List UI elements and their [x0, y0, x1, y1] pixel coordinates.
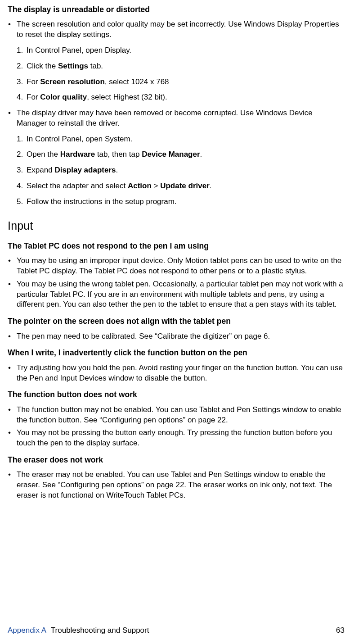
steps-device-manager: In Control Panel, open System. Open the …: [17, 134, 345, 207]
bullet-text: The pen may need to be calibrated. See “…: [8, 331, 345, 342]
issue3-bullets: The pen may need to be calibrated. See “…: [8, 331, 345, 342]
step: Select the adapter and select Action > U…: [17, 181, 345, 191]
body-text: .: [116, 166, 118, 174]
page-number: 63: [336, 626, 345, 636]
bold-text: Display adapters: [54, 166, 116, 174]
step: Expand Display adapters.: [17, 165, 345, 176]
body-text: , select Highest (32 bit).: [87, 93, 167, 101]
bullet-text: You may not be pressing the button early…: [8, 428, 345, 449]
body-text: Follow the instructions in the setup pro…: [27, 197, 177, 206]
body-text: Try adjusting how you hold the pen. Avoi…: [17, 363, 343, 382]
body-text: .: [200, 150, 202, 159]
body-text: You may be using an improper input devic…: [17, 256, 341, 275]
bullet-text: The display driver may have been removed…: [8, 108, 345, 207]
body-text: The eraser may not be enabled. You can u…: [17, 470, 332, 499]
bold-text: Color quality: [40, 93, 87, 101]
body-text: Expand: [27, 166, 54, 174]
issue5-bullets: The function button may not be enabled. …: [8, 405, 345, 449]
body-text: Click the: [27, 62, 58, 70]
body-text: The screen resolution and color quality …: [17, 20, 339, 39]
body-text: You may not be pressing the button early…: [17, 428, 332, 447]
footer-title: Troubleshooting and Support: [51, 626, 149, 635]
step: In Control Panel, open System.: [17, 134, 345, 145]
bold-text: Action: [128, 181, 152, 190]
body-text: >: [152, 181, 160, 190]
body-text: The function button may not be enabled. …: [17, 405, 341, 424]
bullet-text: The function button may not be enabled. …: [8, 405, 345, 426]
bold-text: Hardware: [60, 150, 95, 159]
bullet-text: The eraser may not be enabled. You can u…: [8, 470, 345, 500]
body-text: The pen may need to be calibrated. See “…: [17, 332, 270, 340]
body-text: For: [27, 93, 40, 101]
issue1-bullets: The screen resolution and color quality …: [8, 19, 345, 207]
body-text: The display driver may have been removed…: [17, 109, 313, 127]
bold-text: Update driver: [160, 181, 210, 190]
step: Follow the instructions in the setup pro…: [17, 197, 345, 207]
footer-left: Appendix A Troubleshooting and Support: [8, 626, 149, 636]
body-text: In Control Panel, open System.: [27, 135, 132, 143]
step: Open the Hardware tab, then tap Device M…: [17, 150, 345, 160]
body-text: Open the: [27, 150, 60, 159]
bullet-text: You may be using the wrong tablet pen. O…: [8, 279, 345, 310]
issue-heading-display-unreadable: The display is unreadable or distorted: [8, 5, 345, 15]
bold-text: Screen resolution: [40, 77, 105, 86]
section-heading-input: Input: [8, 218, 345, 234]
issue-heading-pen-no-respond: The Tablet PC does not respond to the pe…: [8, 241, 345, 251]
step: For Screen resolution, select 1024 x 768: [17, 77, 345, 87]
issue-heading-function-button-click: When I write, I inadvertently click the …: [8, 348, 345, 358]
step: In Control Panel, open Display.: [17, 45, 345, 56]
steps-display-properties: In Control Panel, open Display. Click th…: [17, 45, 345, 103]
body-text: For: [27, 77, 40, 86]
body-text: tab, then tap: [95, 150, 142, 159]
issue6-bullets: The eraser may not be enabled. You can u…: [8, 470, 345, 500]
bullet-text: You may be using an improper input devic…: [8, 256, 345, 277]
body-text: You may be using the wrong tablet pen. O…: [17, 280, 343, 309]
bold-text: Device Manager: [142, 150, 200, 159]
body-text: , select 1024 x 768: [105, 77, 169, 86]
body-text: tab.: [88, 62, 103, 70]
issue-heading-pointer-align: The pointer on the screen does not align…: [8, 316, 345, 327]
issue4-bullets: Try adjusting how you hold the pen. Avoi…: [8, 363, 345, 384]
issue-heading-function-button-notwork: The function button does not work: [8, 390, 345, 400]
body-text: .: [210, 181, 212, 190]
body-text: In Control Panel, open Display.: [27, 46, 131, 54]
step: For Color quality, select Highest (32 bi…: [17, 92, 345, 103]
issue2-bullets: You may be using an improper input devic…: [8, 256, 345, 310]
issue-heading-eraser: The eraser does not work: [8, 455, 345, 465]
bullet-text: The screen resolution and color quality …: [8, 19, 345, 103]
bullet-text: Try adjusting how you hold the pen. Avoi…: [8, 363, 345, 384]
footer-appendix: Appendix A: [8, 626, 46, 635]
step: Click the Settings tab.: [17, 61, 345, 72]
bold-text: Settings: [58, 62, 88, 70]
body-text: Select the adapter and select: [27, 181, 128, 190]
page-footer: Appendix A Troubleshooting and Support 6…: [8, 626, 345, 636]
